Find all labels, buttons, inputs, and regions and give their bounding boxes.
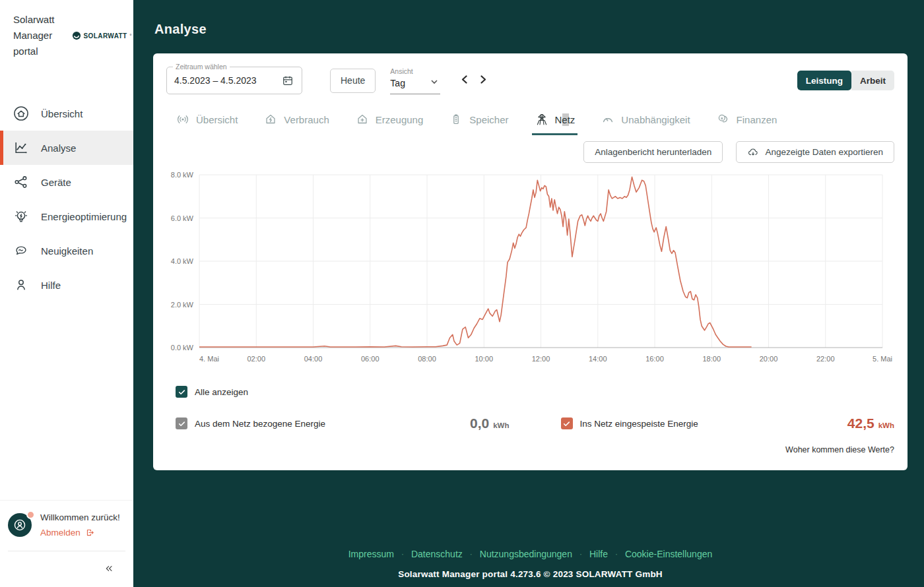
svg-text:04:00: 04:00 bbox=[304, 355, 323, 363]
sidebar-item-label: Übersicht bbox=[41, 108, 82, 119]
avatar[interactable] bbox=[8, 513, 32, 537]
grid-feedin-checkbox[interactable]: Ins Netz eingespeiste Energie bbox=[561, 417, 698, 429]
checkbox-checked-icon bbox=[176, 417, 187, 429]
sidebar: Solarwatt Manager portal SOLARWATT° Über… bbox=[0, 0, 133, 587]
collapse-sidebar-button[interactable] bbox=[102, 562, 116, 575]
tab-netz[interactable]: Netz bbox=[535, 112, 576, 127]
logout-icon bbox=[85, 528, 95, 538]
footer-link-nutzungsbedingungen[interactable]: Nutzungsbedingungen bbox=[480, 549, 572, 559]
value-number: 0,0 bbox=[470, 416, 489, 431]
footer-link-datenschutz[interactable]: Datenschutz bbox=[411, 549, 463, 559]
tab-unabhaengigkeit[interactable]: Unabhängigkeit bbox=[601, 112, 690, 127]
separator-dot: · bbox=[401, 549, 404, 559]
svg-text:0.0 kW: 0.0 kW bbox=[171, 344, 194, 352]
footer-links: Impressum · Datenschutz · Nutzungsbeding… bbox=[153, 549, 908, 559]
notification-badge bbox=[26, 510, 35, 519]
analysis-card: Zeitraum wählen 4.5.2023 – 4.5.2023 Heut… bbox=[153, 53, 908, 470]
sidebar-divider bbox=[8, 551, 125, 551]
value-number: 42,5 bbox=[847, 416, 874, 431]
double-chevron-left-icon bbox=[103, 563, 115, 574]
sidebar-item-analyse[interactable]: Analyse bbox=[0, 131, 133, 165]
gauge-icon bbox=[601, 112, 615, 127]
tab-label: Netz bbox=[555, 114, 576, 125]
welcome-text: Willkommen zurück! bbox=[40, 512, 120, 522]
series-Ins Netz eingespeiste Energie bbox=[199, 177, 752, 347]
today-button[interactable]: Heute bbox=[330, 69, 376, 93]
welcome-block: Willkommen zurück! Abmelden bbox=[0, 500, 133, 541]
coins-icon bbox=[716, 112, 731, 127]
speech-bubble-icon bbox=[13, 242, 30, 259]
power-line-chart[interactable]: 0.0 kW2.0 kW4.0 kW6.0 kW8.0 kW4. Mai02:0… bbox=[166, 168, 894, 370]
home-circle-icon bbox=[13, 105, 30, 122]
footer-link-impressum[interactable]: Impressum bbox=[348, 549, 394, 559]
value-unit: kWh bbox=[878, 421, 894, 429]
svg-text:02:00: 02:00 bbox=[247, 355, 265, 363]
controls-row: Zeitraum wählen 4.5.2023 – 4.5.2023 Heut… bbox=[166, 67, 894, 94]
battery-icon bbox=[449, 112, 463, 127]
export-data-button[interactable]: Angezeigte Daten exportieren bbox=[736, 141, 894, 163]
tab-uebersicht[interactable]: Übersicht bbox=[176, 112, 238, 127]
sidebar-item-label: Geräte bbox=[41, 177, 71, 188]
grid-feedin-value: 42,5 kWh bbox=[847, 416, 894, 431]
tab-speicher[interactable]: Speicher bbox=[449, 112, 508, 127]
house-plus-icon bbox=[355, 112, 370, 127]
app-root: Solarwatt Manager portal SOLARWATT° Über… bbox=[0, 0, 924, 587]
values-info-link[interactable]: Woher kommen diese Werte? bbox=[176, 445, 894, 454]
footer-link-hilfe[interactable]: Hilfe bbox=[589, 549, 608, 559]
house-bolt-icon bbox=[263, 112, 278, 127]
main-content: Analyse Zeitraum wählen 4.5.2023 – 4.5.2… bbox=[133, 0, 924, 587]
svg-text:22:00: 22:00 bbox=[816, 355, 835, 363]
svg-text:20:00: 20:00 bbox=[760, 355, 778, 363]
solarwatt-logo-mark: ° bbox=[130, 34, 132, 38]
grid-consumption-value: 0,0 kWh bbox=[470, 416, 509, 431]
calendar-icon[interactable] bbox=[281, 74, 294, 87]
mode-leistung-button[interactable]: Leistung bbox=[797, 71, 851, 90]
tab-verbrauch[interactable]: Verbrauch bbox=[263, 112, 329, 127]
tab-erzeugung[interactable]: Erzeugung bbox=[355, 112, 424, 127]
tab-label: Finanzen bbox=[737, 114, 777, 125]
line-chart-icon bbox=[13, 139, 30, 156]
mode-arbeit-button[interactable]: Arbeit bbox=[851, 71, 894, 90]
sidebar-item-uebersicht[interactable]: Übersicht bbox=[0, 96, 133, 131]
app-title: Solarwatt Manager portal bbox=[13, 12, 55, 59]
sidebar-item-label: Analyse bbox=[41, 142, 76, 154]
tab-label: Verbrauch bbox=[284, 114, 329, 125]
download-report-button[interactable]: Anlagenbericht herunterladen bbox=[583, 141, 723, 163]
svg-text:5. Mai: 5. Mai bbox=[873, 355, 892, 363]
sidebar-item-neuigkeiten[interactable]: Neuigkeiten bbox=[0, 233, 133, 268]
sidebar-item-label: Energieoptimierung bbox=[41, 211, 127, 222]
actions-row: Anlagenbericht herunterladen Angezeigte … bbox=[166, 141, 894, 163]
tab-finanzen[interactable]: Finanzen bbox=[716, 112, 777, 127]
view-select[interactable]: Ansicht Tag bbox=[390, 67, 440, 94]
separator-dot: · bbox=[615, 549, 618, 559]
grid-consumption-label: Aus dem Netz bezogene Energie bbox=[195, 419, 325, 429]
footer-link-cookie-einstellungen[interactable]: Cookie-Einstellungen bbox=[625, 549, 712, 559]
show-all-label: Alle anzeigen bbox=[195, 387, 248, 397]
svg-text:4.0 kW: 4.0 kW bbox=[171, 257, 194, 265]
solarwatt-logo-icon bbox=[72, 31, 81, 40]
legend-item-grid-consumption: Aus dem Netz bezogene Energie 0,0 kWh bbox=[176, 416, 510, 431]
page-title: Analyse bbox=[154, 22, 908, 37]
sidebar-item-hilfe[interactable]: Hilfe bbox=[0, 268, 133, 302]
grid-consumption-checkbox[interactable]: Aus dem Netz bezogene Energie bbox=[176, 417, 325, 429]
show-all-checkbox[interactable]: Alle anzeigen bbox=[176, 386, 894, 398]
svg-text:10:00: 10:00 bbox=[475, 355, 493, 363]
next-period-button[interactable] bbox=[477, 72, 490, 89]
view-select-value: Tag bbox=[390, 78, 405, 88]
prev-period-button[interactable] bbox=[457, 72, 471, 89]
tab-label: Speicher bbox=[469, 114, 508, 125]
logout-link[interactable]: Abmelden bbox=[40, 528, 120, 538]
date-range-input[interactable]: Zeitraum wählen 4.5.2023 – 4.5.2023 bbox=[166, 67, 302, 94]
sidebar-item-geraete[interactable]: Geräte bbox=[0, 165, 133, 199]
cloud-download-icon bbox=[747, 146, 759, 158]
sidebar-item-energieoptimierung[interactable]: Energieoptimierung bbox=[0, 199, 133, 233]
checkbox-checked-icon bbox=[176, 386, 187, 398]
mode-toggle: Leistung Arbeit bbox=[797, 71, 894, 90]
svg-text:18:00: 18:00 bbox=[702, 355, 721, 363]
legend-grid: Aus dem Netz bezogene Energie 0,0 kWh bbox=[176, 416, 894, 431]
version-text: Solarwatt Manager portal 4.273.6 © 2023 … bbox=[153, 569, 908, 579]
svg-text:2.0 kW: 2.0 kW bbox=[171, 301, 194, 309]
svg-text:06:00: 06:00 bbox=[361, 355, 380, 363]
svg-text:6.0 kW: 6.0 kW bbox=[171, 214, 194, 222]
chart-svg: 0.0 kW2.0 kW4.0 kW6.0 kW8.0 kW4. Mai02:0… bbox=[166, 168, 894, 367]
